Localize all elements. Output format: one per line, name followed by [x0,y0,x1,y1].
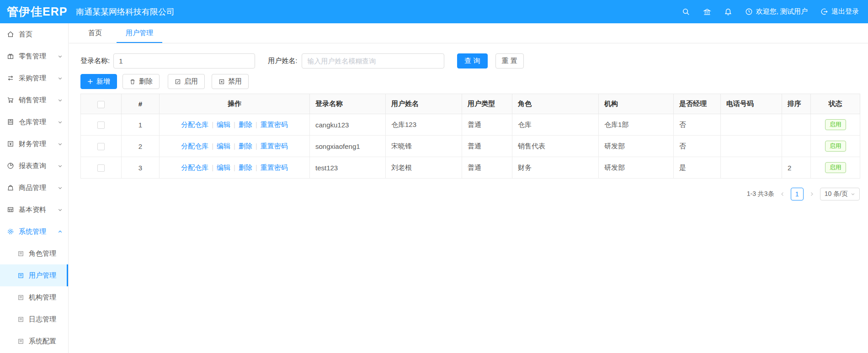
cell-login: cangku123 [310,114,386,136]
cell-phone [721,114,782,136]
sidebar-item-label: 系统管理 [19,227,46,236]
sidebar-item-label: 报表查询 [19,162,46,170]
check-square-icon [175,79,181,85]
tab-user-mgmt[interactable]: 用户管理 [117,23,162,43]
page-size-select[interactable]: 10 条/页 [820,188,860,200]
sidebar-item-label: 销售管理 [19,96,46,105]
add-button[interactable]: 新增 [80,74,117,89]
row-checkbox[interactable] [97,121,105,129]
chevron-down-icon [58,185,63,190]
reset-button[interactable]: 重 置 [495,53,524,68]
list-square-icon [17,250,24,257]
list-square-icon [17,338,24,345]
link-separator: | [212,121,213,128]
header-actions: 欢迎您, 测试用户 退出登录 [682,7,868,16]
assign-warehouse-link[interactable]: 分配仓库 [181,163,208,171]
sidebar-item-label: 基本资料 [19,205,46,214]
assign-warehouse-link[interactable]: 分配仓库 [181,142,208,150]
sidebar-item-label: 首页 [19,30,32,39]
row-checkbox[interactable] [97,143,105,150]
page-content: 登录名称: 用户姓名: 查 询 重 置 新增 删除 [69,53,868,200]
cell-index: 2 [122,136,160,157]
list-square-icon [17,294,24,301]
shopping-bag-icon [7,184,14,191]
cell-name: 仓库123 [386,114,462,136]
search-icon[interactable] [682,8,690,16]
sidebar-item-home[interactable]: 首页 [0,23,68,45]
sidebar-item-purchase[interactable]: 采购管理 [0,67,68,89]
delete-button[interactable]: 删除 [122,74,160,89]
col-index: # [122,94,160,114]
cell-manager: 否 [674,136,721,157]
page-number-button[interactable]: 1 [791,188,804,200]
sidebar-item-reports[interactable]: 报表查询 [0,155,68,177]
list-square-icon [17,272,24,279]
reset-password-link[interactable]: 重置密码 [261,121,288,128]
sidebar-item-org-mgmt[interactable]: 机构管理 [0,286,68,308]
login-name-input[interactable] [113,53,255,68]
cart-icon [7,96,14,104]
clock-circle-icon [745,8,753,16]
bank-icon[interactable] [703,8,711,16]
sidebar-item-user-mgmt[interactable]: 用户管理 [0,264,68,286]
assign-warehouse-link[interactable]: 分配仓库 [181,121,208,128]
sidebar-item-system-config[interactable]: 系统配置 [0,330,68,352]
tab-home[interactable]: 首页 [79,23,111,43]
sidebar-item-finance[interactable]: 财务管理 [0,133,68,155]
logout-button[interactable]: 退出登录 [820,7,859,16]
select-all-checkbox[interactable] [97,101,105,108]
user-name-input[interactable] [302,53,444,68]
col-sort: 排序 [782,94,811,114]
edit-link[interactable]: 编辑 [217,163,230,171]
cell-index: 1 [122,114,160,136]
sidebar-item-sales[interactable]: 销售管理 [0,89,68,111]
sidebar-item-goods[interactable]: 商品管理 [0,177,68,199]
delete-link[interactable]: 删除 [239,121,252,128]
sidebar-item-basic-data[interactable]: 基本资料 [0,199,68,221]
edit-link[interactable]: 编辑 [217,121,230,128]
sidebar-item-label: 财务管理 [19,140,46,148]
sidebar-item-role-mgmt[interactable]: 角色管理 [0,242,68,264]
cell-org: 研发部 [599,136,674,157]
welcome-user[interactable]: 欢迎您, 测试用户 [745,7,808,16]
grid-icon [7,206,14,213]
toolbar: 新增 删除 启用 禁用 [80,74,860,89]
prev-page-icon[interactable] [779,191,786,197]
sidebar-item-label: 采购管理 [19,74,46,83]
cell-role: 仓库 [512,114,599,136]
main-area: 首页 用户管理 登录名称: 用户姓名: 查 询 重 置 新增 [69,23,868,353]
cell-type: 普通 [462,136,512,157]
row-checkbox[interactable] [97,164,105,172]
cell-phone [721,136,782,157]
enable-button[interactable]: 启用 [168,74,205,89]
swap-arrows-icon [7,74,14,82]
cabinet-icon [7,118,14,126]
top-header: 管伊佳ERP 南通某某网络科技有限公司 欢迎您, 测试用户 退出登录 [0,0,868,23]
delete-button-label: 删除 [139,77,153,86]
sidebar-subitem-label: 角色管理 [29,249,56,258]
tab-bar: 首页 用户管理 [69,23,868,43]
cell-sort [782,114,811,136]
reset-password-link[interactable]: 重置密码 [261,142,288,150]
cell-phone [721,157,782,179]
disable-button[interactable]: 禁用 [212,74,249,89]
sidebar-item-warehouse[interactable]: 仓库管理 [0,111,68,133]
next-page-icon[interactable] [808,191,815,197]
reset-password-link[interactable]: 重置密码 [261,163,288,171]
delete-link[interactable]: 删除 [239,163,252,171]
col-org: 机构 [599,94,674,114]
bell-icon[interactable] [724,8,732,16]
edit-link[interactable]: 编辑 [217,142,230,150]
x-square-icon [218,79,225,85]
col-phone: 电话号码 [721,94,782,114]
col-role: 角色 [512,94,599,114]
pie-chart-icon [7,162,14,169]
sidebar-item-system[interactable]: 系统管理 [0,221,68,242]
sidebar-item-log-mgmt[interactable]: 日志管理 [0,308,68,330]
cell-index: 3 [122,157,160,179]
delete-link[interactable]: 删除 [239,142,252,150]
pagination: 1-3 共3条 1 10 条/页 [80,188,860,200]
cell-org: 仓库1部 [599,114,674,136]
search-button[interactable]: 查 询 [457,53,487,68]
sidebar-item-retail[interactable]: 零售管理 [0,45,68,67]
